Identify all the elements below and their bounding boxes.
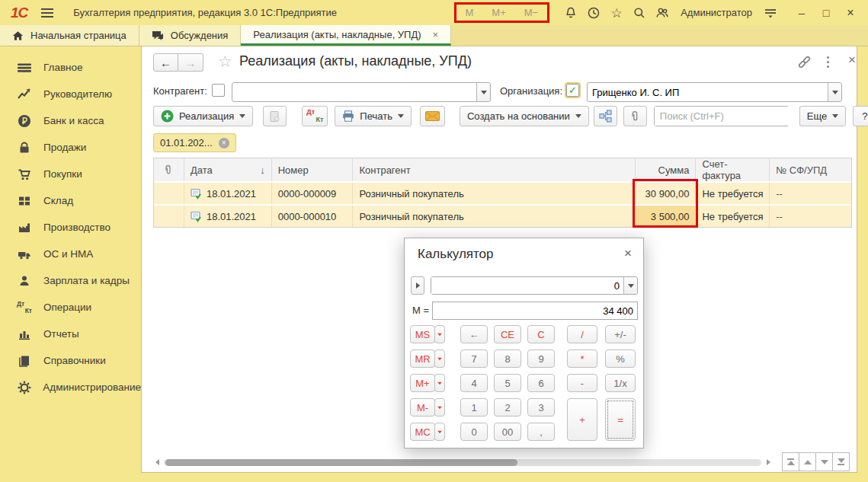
sidebar-item-fixed-assets[interactable]: ОС и НМА — [0, 241, 141, 267]
column-sf-upd[interactable]: № СФ/УПД — [770, 158, 851, 181]
memory-indicator-m-plus[interactable]: M+ — [492, 7, 505, 18]
attachments-button[interactable] — [623, 106, 647, 126]
key-mminus[interactable]: M- — [410, 398, 435, 417]
key-ms-dropdown-icon[interactable] — [434, 325, 445, 343]
key-ce[interactable]: CE — [494, 325, 521, 343]
scrollbar-thumb[interactable] — [165, 459, 517, 466]
service-menu-icon[interactable] — [763, 5, 778, 21]
key-0[interactable]: 0 — [460, 423, 488, 441]
sidebar-item-production[interactable]: Производство — [0, 214, 141, 241]
scroll-left-icon[interactable] — [153, 459, 161, 465]
sidebar-item-manager[interactable]: Руководителю — [0, 81, 141, 107]
sidebar-item-sales[interactable]: Продажи — [0, 134, 141, 161]
key-5[interactable]: 5 — [494, 374, 521, 392]
main-menu-icon[interactable] — [41, 8, 53, 18]
row-up-button[interactable] — [799, 452, 816, 471]
sidebar-item-operations[interactable]: ДтКт Операции — [0, 294, 141, 321]
key-2[interactable]: 2 — [494, 398, 521, 417]
key-8[interactable]: 8 — [494, 350, 521, 368]
memory-indicator-m-minus[interactable]: M− — [524, 7, 538, 18]
key-equals[interactable]: = — [605, 398, 636, 441]
print-button[interactable]: Печать — [335, 106, 412, 126]
key-9[interactable]: 9 — [527, 350, 555, 368]
memory-value-input[interactable] — [432, 302, 638, 320]
counterparty-dropdown-icon[interactable] — [476, 83, 490, 101]
back-button[interactable]: ← — [153, 53, 178, 72]
key-4[interactable]: 4 — [460, 374, 488, 392]
organization-checkbox[interactable]: ✓ — [566, 84, 579, 97]
sidebar-item-main[interactable]: Главное — [0, 54, 141, 81]
tab-discussions[interactable]: Обсуждения — [139, 25, 242, 46]
column-date[interactable]: Дата↓ — [184, 158, 272, 181]
search-icon[interactable] — [632, 5, 647, 21]
period-filter-chip[interactable]: 01.01.202... × — [153, 133, 236, 152]
key-mminus-dropdown-icon[interactable] — [434, 398, 445, 417]
table-row[interactable]: 18.01.2021 0000-000009 Розничный покупат… — [154, 181, 851, 204]
key-c[interactable]: C — [527, 325, 555, 343]
close-window-button[interactable]: × — [842, 5, 859, 21]
memory-indicator-m[interactable]: M — [466, 7, 474, 18]
send-email-button[interactable] — [420, 106, 445, 126]
organization-field[interactable] — [588, 83, 828, 101]
maximize-button[interactable]: □ — [818, 5, 834, 21]
sidebar-item-directories[interactable]: Справочники — [0, 347, 141, 374]
sidebar-item-administration[interactable]: Администрирование — [0, 374, 141, 401]
favorites-star-icon[interactable]: ☆ — [609, 5, 624, 21]
create-based-on-button[interactable]: Создать на основании — [460, 106, 589, 126]
organization-dropdown-icon[interactable] — [828, 83, 841, 101]
users-icon[interactable] — [655, 5, 670, 21]
counterparty-checkbox[interactable] — [212, 84, 225, 97]
remove-filter-icon[interactable]: × — [219, 138, 229, 148]
tab-close-icon[interactable]: × — [433, 29, 439, 40]
calculator-close-icon[interactable]: × — [624, 246, 632, 261]
sidebar-item-warehouse[interactable]: Склад — [0, 187, 141, 214]
key-divide[interactable]: / — [567, 325, 597, 343]
current-user[interactable]: Администратор — [681, 7, 752, 18]
sidebar-item-purchases[interactable]: Покупки — [0, 161, 141, 187]
more-menu-kebab-icon[interactable] — [825, 55, 831, 69]
tab-home[interactable]: Начальная страница — [0, 25, 139, 46]
key-mplus[interactable]: M+ — [410, 374, 435, 392]
go-first-row-button[interactable] — [782, 452, 799, 471]
key-percent[interactable]: % — [605, 350, 636, 368]
key-ms[interactable]: MS — [410, 325, 435, 343]
key-mr[interactable]: MR — [410, 350, 435, 368]
show-postings-dtkt-button[interactable]: ДтКт — [302, 106, 328, 126]
key-inverse[interactable]: 1/x — [605, 374, 636, 392]
structure-subordination-button[interactable] — [594, 106, 617, 126]
close-view-icon[interactable]: × — [848, 53, 856, 68]
key-1[interactable]: 1 — [460, 398, 488, 417]
key-mc[interactable]: MC — [410, 423, 435, 441]
calculator-menu-button[interactable] — [411, 276, 424, 295]
tab-realization[interactable]: Реализация (акты, накладные, УПД) × — [241, 25, 451, 46]
sidebar-item-reports[interactable]: Отчеты — [0, 321, 141, 347]
key-add[interactable]: + — [567, 398, 597, 441]
calculator-display-dropdown-icon[interactable] — [623, 277, 637, 294]
forward-button[interactable]: → — [178, 53, 203, 72]
key-6[interactable]: 6 — [527, 374, 555, 392]
key-mr-dropdown-icon[interactable] — [434, 350, 445, 368]
key-sign[interactable]: +/- — [605, 325, 636, 343]
column-number[interactable]: Номер — [272, 158, 354, 181]
column-attachments[interactable] — [154, 158, 184, 181]
notifications-bell-icon[interactable] — [563, 5, 578, 21]
key-comma[interactable]: , — [527, 423, 555, 441]
copy-button[interactable] — [263, 106, 287, 126]
help-button[interactable]: ? — [853, 106, 868, 126]
search-input[interactable] — [655, 107, 799, 126]
key-subtract[interactable]: - — [567, 374, 597, 392]
key-7[interactable]: 7 — [460, 350, 488, 368]
scrollbar-track[interactable] — [164, 459, 761, 466]
calculator-display-input[interactable] — [431, 277, 623, 294]
add-to-favorites-star-icon[interactable]: ☆ — [218, 53, 232, 71]
column-counterparty[interactable]: Контрагент — [353, 158, 635, 181]
column-invoice[interactable]: Счет-фактура — [696, 158, 770, 181]
scroll-right-icon[interactable] — [764, 459, 772, 465]
key-backspace[interactable]: ← — [460, 325, 488, 343]
create-realization-button[interactable]: Реализация — [153, 106, 253, 126]
sidebar-item-bank-cash[interactable]: Банк и касса — [0, 107, 141, 134]
minimize-button[interactable]: – — [793, 5, 810, 21]
key-multiply[interactable]: * — [567, 350, 597, 368]
row-down-button[interactable] — [815, 452, 833, 471]
link-icon[interactable] — [797, 55, 812, 69]
